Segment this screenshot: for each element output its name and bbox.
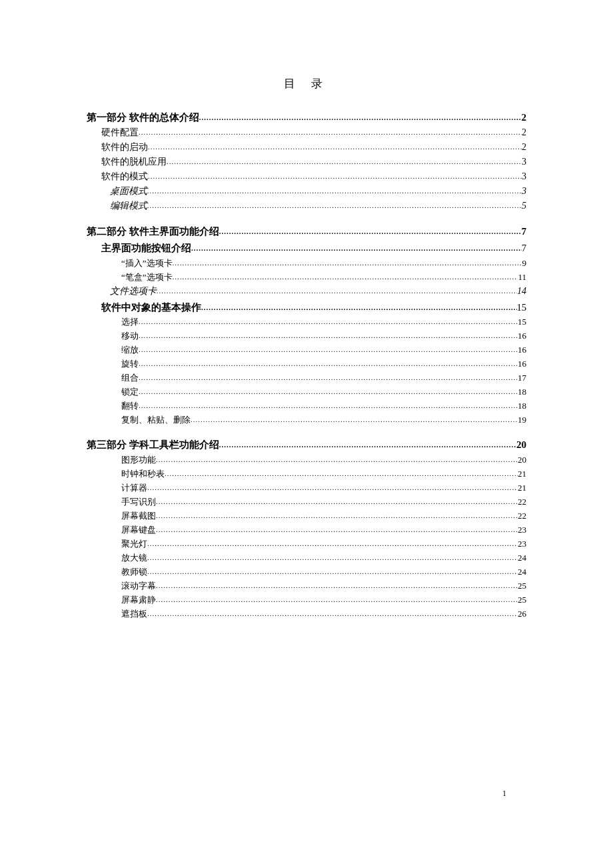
toc-entry: 聚光灯.....................................… (87, 537, 526, 551)
toc-entry-label: 移动 (121, 331, 139, 340)
toc-entry: 第三部分 学科工具栏功能介绍..........................… (87, 435, 526, 453)
toc-dots: ........................................… (147, 187, 522, 195)
toc-entry: 图形功能....................................… (87, 453, 526, 467)
toc-entry-page: 17 (518, 373, 526, 382)
toc-entry: 复制、粘贴、删除................................… (87, 413, 526, 427)
toc-entry-label: 屏幕键盘 (121, 525, 156, 534)
toc-entry-page: 2 (522, 128, 526, 137)
toc-entry-label: 滚动字幕 (121, 581, 156, 590)
toc-dots: ........................................… (139, 402, 518, 409)
toc-entry: 锁定......................................… (87, 385, 526, 399)
toc-entry: 翻转......................................… (87, 399, 526, 413)
toc-entry-page: 18 (518, 401, 526, 410)
toc-entry-label: 复制、粘贴、删除 (121, 415, 191, 424)
toc-entry-label: 主界面功能按钮介绍 (101, 243, 191, 253)
toc-entry-label: 时钟和秒表 (121, 469, 165, 478)
toc-entry: 软件的脱机应用.................................… (87, 155, 526, 169)
toc-entry-page: 16 (518, 331, 526, 340)
toc-entry: 文件选项卡...................................… (87, 284, 526, 299)
toc-entry-page: 7 (522, 243, 526, 253)
toc-dots: ........................................… (139, 318, 518, 325)
toc-entry-label: 软件的启动 (101, 143, 148, 152)
toc-dots: ........................................… (148, 173, 522, 180)
toc-entry-page: 23 (518, 539, 526, 548)
toc-entry-page: 22 (518, 497, 526, 506)
toc-entry: 手写识别....................................… (87, 495, 526, 509)
toc-dots: ........................................… (139, 129, 522, 136)
toc-dots: ........................................… (173, 273, 518, 281)
toc-entry-page: 3 (522, 172, 526, 181)
toc-dots: ........................................… (156, 498, 518, 505)
toc-entry: 屏幕截图....................................… (87, 509, 526, 523)
toc-entry-page: 7 (522, 227, 527, 237)
toc-dots: ........................................… (139, 332, 518, 339)
toc-entry: 软件的模式...................................… (87, 169, 526, 184)
toc-entry-label: 屏幕肃静 (121, 595, 156, 604)
toc-entry-label: 聚光灯 (121, 539, 147, 548)
toc-entry-label: “笔盒”选项卡 (121, 273, 173, 281)
part-gap (87, 213, 526, 221)
toc-entry-page: 23 (518, 525, 526, 534)
toc-dots: ........................................… (191, 416, 518, 423)
toc-entry-label: 锁定 (121, 387, 139, 396)
toc-entry: 放大镜.....................................… (87, 551, 526, 565)
toc-dots: ........................................… (191, 245, 522, 252)
toc-dots: ........................................… (156, 582, 518, 589)
toc-entry: 滚动字幕....................................… (87, 579, 526, 593)
page-number: 1 (502, 789, 506, 799)
toc-dots: ........................................… (219, 441, 516, 449)
toc-entry: 教师锁.....................................… (87, 565, 526, 579)
toc-dots: ........................................… (156, 526, 518, 533)
toc-entry-page: 20 (516, 440, 526, 450)
toc-entry: 屏幕键盘....................................… (87, 523, 526, 537)
toc-entry-label: 硬件配置 (101, 128, 139, 137)
toc-dots: ........................................… (139, 388, 518, 395)
toc-entry-label: 图形功能 (121, 455, 156, 464)
toc-entry: 旋转......................................… (87, 357, 526, 371)
toc-dots: ........................................… (156, 456, 518, 463)
toc-dots: ........................................… (167, 158, 522, 165)
toc-entry-label: 缩放 (121, 345, 139, 354)
toc-dots: ........................................… (156, 512, 518, 519)
toc-entry: 软件中对象的基本操作..............................… (87, 299, 526, 315)
toc-entry: 主界面功能按钮介绍...............................… (87, 239, 526, 256)
toc-entry-label: 文件选项卡 (110, 287, 157, 296)
toc-entry-label: 软件的模式 (101, 172, 148, 181)
toc-entry: “笔盒”选项卡.................................… (87, 270, 526, 284)
toc-entry: “插入”选项卡.................................… (87, 256, 526, 270)
toc-entry-label: 手写识别 (121, 497, 156, 506)
toc-entry-page: 24 (518, 553, 526, 562)
toc-dots: ........................................… (139, 346, 518, 353)
part-gap (87, 427, 526, 435)
toc-entry: 移动......................................… (87, 329, 526, 343)
toc-entry-page: 3 (522, 157, 526, 167)
toc-dots: ........................................… (147, 554, 518, 561)
toc-entry-label: “插入”选项卡 (121, 259, 173, 267)
toc-entry-page: 18 (518, 387, 526, 396)
toc-entry-label: 桌面模式 (110, 187, 147, 196)
toc-entry: 桌面模式....................................… (87, 184, 526, 199)
toc-entry-page: 21 (518, 483, 526, 492)
toc-entry-label: 编辑模式 (110, 201, 147, 211)
toc-dots: ........................................… (201, 304, 517, 311)
toc-dots: ........................................… (139, 360, 518, 367)
toc-dots: ........................................… (147, 202, 522, 209)
toc-dots: ........................................… (147, 568, 518, 575)
toc-entry-label: 第一部分 软件的总体介绍 (87, 113, 199, 123)
toc-entry-label: 教师锁 (121, 567, 147, 576)
toc-dots: ........................................… (147, 484, 518, 491)
toc-entry-label: 计算器 (121, 483, 147, 492)
toc-entry: 选择......................................… (87, 315, 526, 329)
toc-entry-label: 翻转 (121, 401, 139, 410)
toc-entry-page: 15 (517, 303, 527, 313)
toc-entry-page: 2 (522, 113, 527, 123)
toc-entry-label: 旋转 (121, 359, 139, 368)
toc-entry-page: 24 (518, 567, 526, 576)
toc-dots: ........................................… (139, 374, 518, 381)
toc-entry-page: 15 (518, 317, 526, 326)
toc-dots: ........................................… (147, 540, 518, 547)
toc-dots: ........................................… (157, 287, 517, 295)
toc-title: 目 录 (87, 76, 526, 91)
toc-dots: ........................................… (165, 470, 518, 477)
toc-dots: ........................................… (219, 228, 522, 235)
